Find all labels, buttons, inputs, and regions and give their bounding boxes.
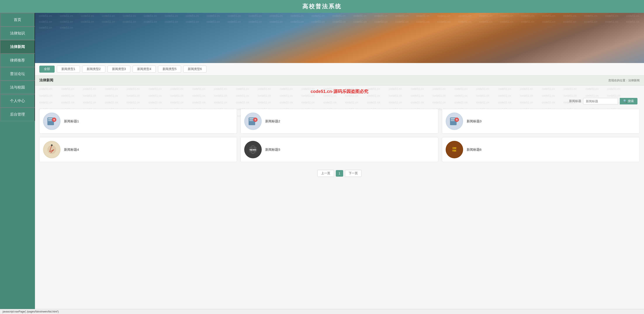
sidebar-item-law-campus[interactable]: 法与校园 [0, 80, 35, 94]
news-card-4[interactable]: 新闻标题4 [39, 137, 237, 162]
banner-watermark-text: code51.cn [161, 19, 182, 25]
filter-btn-type1[interactable]: 新闻类型1 [57, 66, 80, 73]
filter-bar: 全部新闻类型1新闻类型2新闻类型3新闻类型4新闻类型5新闻类型6 [35, 63, 644, 75]
banner-watermark-text: code51.cn [392, 19, 412, 25]
header-title: 高校普法系统 [302, 3, 342, 9]
banner-watermark-text: code51.cn [308, 13, 328, 19]
banner-watermark-text: code51.cn [35, 19, 56, 25]
svg-rect-1 [48, 118, 52, 119]
banner-watermark-text: code51.cn [98, 19, 119, 25]
banner-watermark-text: code51.cn [328, 13, 350, 19]
banner-image: code51.cncode51.cncode51.cncode51.cncode… [35, 13, 644, 63]
banner-watermark-text: code51.cn [56, 19, 77, 25]
sidebar-item-legal-news[interactable]: 法律新闻 [0, 40, 35, 53]
news-card-icon-2: N [244, 113, 262, 130]
svg-rect-2 [48, 120, 52, 120]
banner-watermark-text: code51.cn [601, 19, 622, 25]
banner-watermark-text: code51.cn [601, 13, 622, 19]
news-card-icon-5: NEWS [244, 141, 262, 158]
news-card-2[interactable]: N 新闻标题2 [240, 109, 438, 134]
banner-watermark-text: code51.cn [182, 19, 203, 25]
sidebar-item-admin[interactable]: 后台管理 [0, 108, 35, 121]
banner-watermark-text: code51.cn [286, 19, 308, 25]
banner-watermark-text: code51.cn [266, 19, 286, 25]
banner-watermark-text: code51.cn [140, 19, 161, 25]
svg-rect-15 [451, 121, 454, 121]
main-content: code51.cncode51.cncode51.cncode51.cncode… [35, 13, 644, 314]
banner-watermark-text: code51.cn [454, 13, 475, 19]
news-card-5[interactable]: NEWS 新闻标题5 [240, 137, 438, 162]
sidebar-item-forum[interactable]: 普法论坛 [0, 67, 35, 80]
filter-btn-type2[interactable]: 新闻类型2 [82, 66, 105, 73]
banner-watermark-text: code51.cn [140, 13, 161, 19]
sidebar-item-home[interactable]: 首页 [0, 13, 35, 26]
filter-btn-type3[interactable]: 新闻类型3 [108, 66, 131, 73]
news-card-3[interactable]: N 新闻标题3 [442, 109, 640, 134]
banner-watermark-text: code51.cn [286, 13, 308, 19]
search-input[interactable] [583, 98, 618, 104]
current-page: 1 [336, 170, 343, 177]
banner-watermark-text: code51.cn [475, 19, 496, 25]
next-page-button[interactable]: 下一页 [345, 170, 362, 177]
sidebar: 首页法律知识法律新闻律师推荐普法论坛法与校园个人中心后台管理 [0, 13, 35, 314]
banner-watermark-text: code51.cn [538, 19, 559, 25]
svg-rect-3 [48, 121, 52, 121]
news-card-title-6: 新闻标题6 [466, 148, 482, 152]
svg-rect-8 [249, 120, 253, 120]
content-area: code51.cncode51.cncode51.cncode51.cncode… [35, 85, 644, 314]
filter-btn-type4[interactable]: 新闻类型4 [132, 66, 156, 73]
banner-watermark-text: code51.cn [370, 13, 392, 19]
banner-watermark-text: code51.cn [77, 19, 98, 25]
search-label-1: 新闻标题 [569, 99, 581, 103]
banner-watermark-text: code51.cn [245, 13, 266, 19]
page-header: 高校普法系统 [0, 0, 644, 13]
news-card-title-2: 新闻标题2 [265, 119, 280, 123]
svg-point-18 [48, 145, 56, 154]
svg-rect-13 [451, 118, 455, 119]
svg-text:N: N [255, 119, 256, 121]
banner-watermark-text: code51.cn [56, 25, 77, 30]
filter-btn-type5[interactable]: 新闻类型5 [158, 66, 181, 73]
news-card-title-3: 新闻标题3 [466, 119, 482, 123]
banner-watermark-text: code51.cn [350, 19, 370, 25]
banner-watermark-text: code51.cn [119, 13, 140, 19]
banner-watermark-text: code51.cn [224, 19, 245, 25]
promo-banner: code51.cn-源码乐园盗图必究 [35, 85, 644, 96]
filter-btn-all[interactable]: 全部 [39, 66, 54, 73]
banner-watermark-text: code51.cn [412, 13, 434, 19]
news-card-title-1: 新闻标题1 [64, 119, 79, 123]
banner-watermark-text: code51.cn [580, 19, 601, 25]
sidebar-item-legal-knowledge[interactable]: 法律知识 [0, 26, 35, 40]
banner-watermark-text: code51.cn [77, 13, 98, 19]
banner-watermark-text: code51.cn [434, 19, 454, 25]
breadcrumb-path: 您现在的位置：法律新闻 [608, 78, 640, 82]
news-card-1[interactable]: N 新闻标题1 [39, 109, 237, 134]
prev-page-button[interactable]: 上一页 [318, 170, 334, 177]
svg-text:NEWS: NEWS [250, 149, 256, 151]
main-layout: 首页法律知识法律新闻律师推荐普法论坛法与校园个人中心后台管理 code51.cn… [0, 13, 644, 314]
banner-watermark-text: code51.cn [161, 13, 182, 19]
banner-watermark-text: code51.cn [392, 13, 412, 19]
banner-watermark-text: code51.cn [308, 19, 328, 25]
news-card-icon-4 [43, 141, 60, 158]
filter-btn-type6[interactable]: 新闻类型6 [183, 66, 206, 73]
banner-watermark-text: code51.cn [35, 13, 56, 19]
search-button[interactable]: 🔍 搜索 [620, 98, 638, 104]
banner-watermark-text: code51.cn [182, 13, 203, 19]
banner-watermark-text: code51.cn [266, 13, 286, 19]
banner-watermark-text: code51.cn [203, 13, 224, 19]
news-grid: N 新闻标题1 N 新闻标题2 N 新闻标题3 新闻标题4 [35, 107, 644, 166]
banner-watermark-text: code51.cn [580, 13, 601, 19]
banner-watermark-text: code51.cn [203, 19, 224, 25]
banner-watermark-text: code51.cn [517, 19, 538, 25]
svg-text:¥$€: ¥$€ [452, 149, 456, 152]
banner-watermark-text: code51.cn [559, 13, 580, 19]
status-bar: javascript:navPage('./pages/falvxinwen/l… [0, 309, 644, 314]
banner-watermark-text: code51.cn [328, 19, 350, 25]
news-card-6[interactable]: DM ¥$€ 新闻标题6 [442, 137, 640, 162]
svg-text:N: N [456, 119, 458, 121]
banner-watermark-text: code51.cn [370, 19, 392, 25]
sidebar-item-personal-center[interactable]: 个人中心 [0, 94, 35, 108]
banner-watermark-text: code51.cn [622, 19, 643, 25]
sidebar-item-lawyer-recommend[interactable]: 律师推荐 [0, 53, 35, 67]
